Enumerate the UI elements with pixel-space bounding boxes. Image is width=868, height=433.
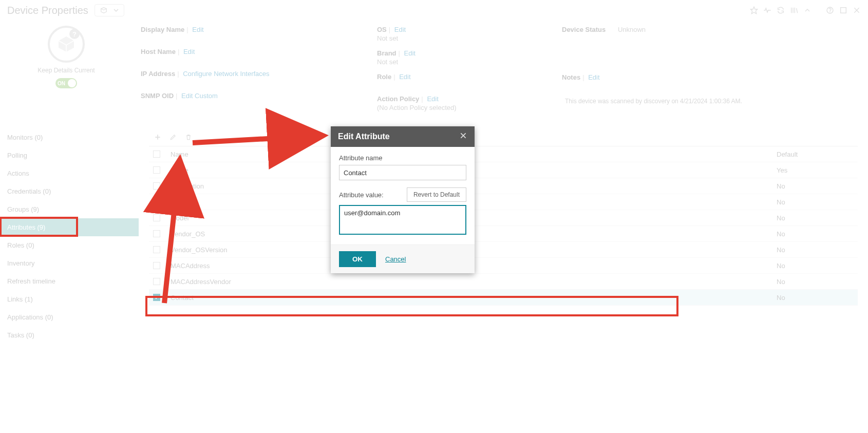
table-row[interactable]: LocationNo <box>149 194 858 210</box>
unknown-badge-icon: ? <box>69 29 80 39</box>
sidebar-item[interactable]: Tasks (0) <box>0 326 139 344</box>
edit-attribute-button[interactable] <box>169 134 177 141</box>
row-checkbox[interactable] <box>153 214 160 221</box>
dialog-close-button[interactable] <box>459 131 467 142</box>
row-default: No <box>777 230 854 238</box>
info-edit-link[interactable]: Edit <box>192 26 203 33</box>
heartbeat-icon[interactable] <box>763 6 771 14</box>
table-row[interactable]: MACAddressNo <box>149 258 858 274</box>
notes-label: Notes <box>562 73 580 81</box>
sidebar-item[interactable]: Applications (0) <box>0 308 139 326</box>
help-icon[interactable] <box>826 6 834 14</box>
sidebar-item[interactable]: Links (1) <box>0 290 139 308</box>
sidebar: Monitors (0)PollingActionsCredentials (0… <box>0 118 139 433</box>
info-row: Role| Edit <box>377 73 531 88</box>
star-icon[interactable] <box>750 6 758 14</box>
sidebar-item[interactable]: Inventory <box>0 254 139 272</box>
row-checkbox[interactable] <box>153 278 160 285</box>
svg-marker-0 <box>750 7 757 13</box>
dialog-title: Edit Attribute <box>338 132 390 141</box>
add-attribute-button[interactable] <box>154 134 161 141</box>
row-checkbox[interactable] <box>153 262 160 269</box>
refresh-icon[interactable] <box>777 6 785 14</box>
info-edit-link[interactable]: Edit Custom <box>181 92 218 100</box>
table-row[interactable]: Vendor_OSVersionNo <box>149 242 858 258</box>
select-all-checkbox[interactable] <box>153 150 160 158</box>
info-value: Not set <box>377 58 531 66</box>
dialog-footer: OK Cancel <box>331 244 475 273</box>
info-edit-link[interactable]: Configure Network Interfaces <box>183 70 269 78</box>
sidebar-item[interactable]: Refresh timeline <box>0 272 139 290</box>
table-row[interactable]: DescriptionNo <box>149 178 858 194</box>
info-column-3: Device Status Unknown Notes| Edit This d… <box>562 26 778 111</box>
info-label: Brand <box>377 49 397 57</box>
sidebar-item[interactable]: Actions <box>0 164 139 182</box>
library-icon[interactable] <box>790 6 798 14</box>
row-default: No <box>777 294 854 302</box>
column-header-default[interactable]: Default <box>777 150 854 158</box>
info-label: Host Name <box>141 48 176 55</box>
info-label: Action Policy <box>377 95 419 103</box>
table-row[interactable]: NameYes <box>149 162 858 178</box>
row-checkbox[interactable] <box>153 166 160 174</box>
close-window-icon[interactable] <box>853 6 861 14</box>
row-checkbox[interactable] <box>153 246 160 253</box>
device-badge: ? Keep Details Current ON <box>7 26 125 111</box>
info-label: Role <box>377 73 391 81</box>
collapse-icon[interactable] <box>803 6 812 14</box>
main-content: Name Default NameYesDescriptionNoLocatio… <box>139 118 868 433</box>
table-toolbar <box>149 128 858 146</box>
row-default: Yes <box>777 166 854 174</box>
sidebar-item[interactable]: Polling <box>0 146 139 164</box>
attributes-table: Name Default NameYesDescriptionNoLocatio… <box>149 146 858 306</box>
keep-details-toggle[interactable]: ON <box>55 78 77 88</box>
device-icon: ? <box>48 26 85 63</box>
attribute-value-label: Attribute value: <box>339 191 384 199</box>
sidebar-item[interactable]: Credentials (0) <box>0 182 139 200</box>
ok-button[interactable]: OK <box>339 251 376 267</box>
attribute-name-label: Attribute name <box>339 154 466 162</box>
revert-to-default-button[interactable]: Revert to Default <box>407 187 466 202</box>
sidebar-item[interactable]: Groups (9) <box>0 200 139 218</box>
notes-edit-link[interactable]: Edit <box>588 73 599 81</box>
attribute-value-input[interactable] <box>339 205 466 235</box>
maximize-icon[interactable] <box>839 6 847 14</box>
table-header-row: Name Default <box>149 146 858 162</box>
table-row[interactable]: ModelNo <box>149 210 858 226</box>
info-edit-link[interactable]: Edit <box>404 49 416 57</box>
sidebar-item[interactable]: Roles (0) <box>0 236 139 254</box>
toggle-state-text: ON <box>58 81 65 86</box>
cancel-link[interactable]: Cancel <box>385 255 406 263</box>
info-edit-link[interactable]: Edit <box>394 26 406 33</box>
info-edit-link[interactable]: Edit <box>183 48 195 55</box>
device-status-value: Unknown <box>618 26 646 33</box>
info-edit-link[interactable]: Edit <box>427 95 438 103</box>
attribute-name-input[interactable] <box>339 165 466 180</box>
info-row: Brand| EditNot set <box>377 49 531 66</box>
table-row[interactable]: Vendor_OSNo <box>149 226 858 242</box>
row-checkbox[interactable] <box>153 198 160 205</box>
row-checkbox[interactable]: ✓ <box>153 294 160 301</box>
dialog-titlebar: Edit Attribute <box>331 126 475 147</box>
table-row[interactable]: ✓ContactNo <box>149 290 858 306</box>
info-label: OS <box>377 26 387 33</box>
row-checkbox[interactable] <box>153 182 160 190</box>
row-default: No <box>777 182 854 190</box>
row-name: Contact <box>167 294 769 302</box>
sidebar-item[interactable]: Attributes (9) <box>0 218 139 236</box>
info-label: IP Address <box>141 70 175 78</box>
row-default: No <box>777 214 854 222</box>
sidebar-item[interactable]: Monitors (0) <box>0 128 139 146</box>
menu-dropdown[interactable] <box>95 4 124 16</box>
info-edit-link[interactable]: Edit <box>399 73 410 81</box>
delete-attribute-button[interactable] <box>185 134 192 141</box>
info-value: (No Action Policy selected) <box>377 104 531 111</box>
row-default: No <box>777 262 854 270</box>
info-row: SNMP OID| Edit Custom <box>141 92 346 107</box>
row-checkbox[interactable] <box>153 230 160 237</box>
info-column-2: OS| EditNot setBrand| EditNot setRole| E… <box>377 26 531 111</box>
top-icon-bar <box>750 6 861 14</box>
table-row[interactable]: MACAddressVendorNo <box>149 274 858 290</box>
row-default: No <box>777 278 854 286</box>
svg-point-2 <box>830 12 831 12</box>
